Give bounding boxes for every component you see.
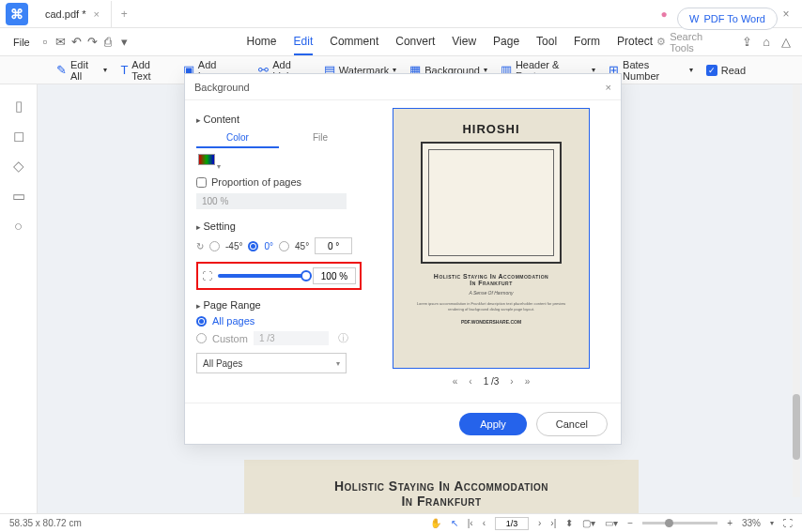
color-swatch[interactable]: [198, 154, 215, 165]
preview-tagline: A Sense Of Harmony: [469, 290, 513, 296]
file-menu[interactable]: File: [8, 37, 36, 48]
section-content: Content: [196, 114, 362, 125]
tab-tool[interactable]: Tool: [536, 29, 557, 55]
close-button[interactable]: ×: [776, 4, 796, 24]
page-indicator: 1 /3: [484, 376, 500, 387]
doc-heading-1: Holistic Staying In Accommodation: [254, 479, 629, 494]
search-panel-icon[interactable]: ○: [14, 218, 23, 234]
file-tab[interactable]: cad.pdf * ×: [34, 1, 112, 27]
page-next-icon[interactable]: ›: [510, 376, 513, 387]
preview-page: HIROSHI Holistic Staying In Accommodatio…: [393, 108, 590, 369]
check-icon: ✓: [706, 65, 717, 76]
subtab-color[interactable]: Color: [196, 129, 279, 148]
doc-heading-2: In Frankfurt: [254, 494, 629, 509]
select-tool-icon[interactable]: ↖: [451, 518, 458, 528]
statusbar: 58.35 x 80.72 cm ✋ ↖ |‹ ‹ › ›| ⬍ ▢▾ ▭▾ −…: [0, 513, 802, 532]
custom-label: Custom: [212, 333, 248, 344]
preview-link: PDF.WONDERSHARE.COM: [461, 319, 521, 325]
thumbnails-icon[interactable]: ▯: [15, 98, 23, 114]
scale-input[interactable]: [313, 267, 356, 284]
file-tab-label: cad.pdf *: [45, 8, 85, 20]
rot-0-radio[interactable]: [248, 241, 258, 251]
new-tab-button[interactable]: +: [112, 8, 137, 21]
page-filter-select[interactable]: All Pages▾: [196, 353, 347, 373]
custom-radio[interactable]: [196, 333, 207, 343]
search-input[interactable]: Search Tools: [670, 31, 716, 53]
pdf-to-word-button[interactable]: W PDF To Word: [677, 8, 778, 30]
preview-sub2: In Frankfurt: [470, 280, 513, 286]
info-icon[interactable]: ⓘ: [338, 331, 348, 345]
dialog-close-icon[interactable]: ×: [606, 82, 611, 93]
export-icon[interactable]: ⇪: [739, 32, 755, 53]
nav-next-icon[interactable]: ›: [538, 518, 541, 528]
fit-width-icon[interactable]: ⬍: [565, 518, 573, 528]
page-dimensions: 58.35 x 80.72 cm: [9, 518, 82, 528]
bookmark-icon[interactable]: ◻: [13, 128, 24, 144]
subtab-file[interactable]: File: [279, 129, 362, 148]
attachment-icon[interactable]: ▭: [12, 188, 25, 205]
rotate-icon[interactable]: ↻: [196, 241, 204, 251]
preview-pager: « ‹ 1 /3 › »: [453, 376, 531, 387]
all-pages-radio[interactable]: [196, 316, 207, 327]
rot-45-radio[interactable]: [279, 241, 289, 251]
background-dialog: Background × Content Color File ▾ Propor…: [184, 73, 622, 445]
proportion-label: Proportion of pages: [211, 176, 301, 188]
view-mode-icon[interactable]: ▢▾: [582, 518, 595, 528]
tab-convert[interactable]: Convert: [395, 29, 435, 55]
zoom-in-icon[interactable]: +: [727, 518, 733, 528]
notification-icon[interactable]: ●: [654, 4, 674, 24]
undo-icon[interactable]: ↶: [70, 32, 83, 53]
proportion-checkbox[interactable]: [196, 177, 207, 188]
zoom-out-icon[interactable]: −: [627, 518, 633, 528]
page-first-icon[interactable]: «: [453, 376, 458, 387]
nav-first-icon[interactable]: |‹: [468, 518, 473, 528]
cloud-icon[interactable]: ⌂: [759, 32, 775, 53]
layout-icon[interactable]: ▭▾: [605, 518, 618, 528]
print-icon[interactable]: ⎙: [102, 32, 115, 53]
left-rail: ▯ ◻ ◇ ▭ ○: [0, 84, 38, 513]
nav-prev-icon[interactable]: ‹: [483, 518, 486, 528]
apply-button[interactable]: Apply: [459, 413, 527, 435]
tab-form[interactable]: Form: [574, 29, 600, 55]
preview-floorplan: [421, 142, 562, 264]
document-page: Holistic Staying In Accommodation In Fra…: [244, 460, 639, 513]
tab-home[interactable]: Home: [247, 29, 277, 55]
page-prev-icon[interactable]: ‹: [469, 376, 471, 387]
tab-edit[interactable]: Edit: [294, 29, 314, 55]
nav-last-icon[interactable]: ›|: [550, 518, 556, 528]
read-button[interactable]: ✓Read: [706, 65, 746, 76]
page-input[interactable]: [495, 517, 529, 530]
main-tabs: Home Edit Comment Convert View Page Tool…: [247, 29, 654, 55]
rot-neg45-radio[interactable]: [209, 241, 220, 251]
page-last-icon[interactable]: »: [525, 376, 531, 387]
proportion-value: 100 %: [196, 193, 347, 209]
zoom-slider[interactable]: [642, 522, 717, 524]
edit-all-button[interactable]: ✎Edit All▾: [56, 59, 107, 82]
zoom-value[interactable]: 33%: [742, 518, 761, 528]
mail-icon[interactable]: ✉: [55, 32, 68, 53]
add-text-button[interactable]: TAdd Text: [120, 59, 169, 82]
preview-body: Lorem ipsum accommodation in Frankfurt d…: [409, 301, 574, 312]
tab-comment[interactable]: Comment: [330, 29, 378, 55]
custom-range-input: 1 /3: [254, 331, 329, 345]
tab-page[interactable]: Page: [493, 29, 519, 55]
tab-protect[interactable]: Protect: [617, 29, 653, 55]
dialog-header[interactable]: Background ×: [185, 74, 621, 100]
rotation-input[interactable]: [315, 237, 352, 254]
dropdown-icon[interactable]: ▾: [118, 32, 131, 53]
scale-slider[interactable]: [218, 274, 307, 278]
text-icon: T: [120, 63, 128, 77]
menu-row: File ▫ ✉ ↶ ↷ ⎙ ▾ Home Edit Comment Conve…: [0, 28, 802, 56]
vertical-scrollbar[interactable]: [793, 84, 800, 497]
section-setting: Setting: [196, 220, 362, 232]
scale-icon: ⛶: [202, 270, 212, 281]
redo-icon[interactable]: ↷: [86, 32, 99, 53]
comment-panel-icon[interactable]: ◇: [13, 158, 24, 175]
tab-view[interactable]: View: [452, 29, 476, 55]
fullscreen-icon[interactable]: ⛶: [783, 518, 793, 528]
cancel-button[interactable]: Cancel: [536, 412, 608, 436]
tab-close-icon[interactable]: ×: [93, 8, 99, 20]
save-icon[interactable]: ▫: [39, 32, 52, 53]
help-icon[interactable]: △: [779, 32, 794, 53]
hand-tool-icon[interactable]: ✋: [430, 518, 441, 528]
